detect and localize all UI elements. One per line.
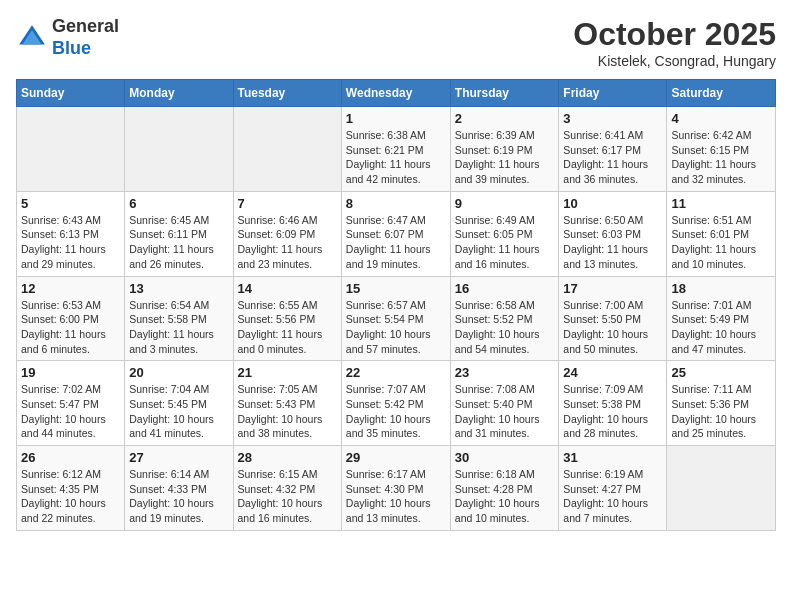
calendar-table: SundayMondayTuesdayWednesdayThursdayFrid…: [16, 79, 776, 531]
day-info: Sunrise: 6:14 AM Sunset: 4:33 PM Dayligh…: [129, 467, 228, 526]
day-cell: 15Sunrise: 6:57 AM Sunset: 5:54 PM Dayli…: [341, 276, 450, 361]
day-info: Sunrise: 6:55 AM Sunset: 5:56 PM Dayligh…: [238, 298, 337, 357]
day-number: 28: [238, 450, 337, 465]
page-header: General Blue October 2025 Kistelek, Cson…: [16, 16, 776, 69]
day-number: 12: [21, 281, 120, 296]
day-number: 4: [671, 111, 771, 126]
day-cell: 31Sunrise: 6:19 AM Sunset: 4:27 PM Dayli…: [559, 446, 667, 531]
day-cell: 10Sunrise: 6:50 AM Sunset: 6:03 PM Dayli…: [559, 191, 667, 276]
calendar-header: SundayMondayTuesdayWednesdayThursdayFrid…: [17, 80, 776, 107]
day-number: 31: [563, 450, 662, 465]
day-info: Sunrise: 6:58 AM Sunset: 5:52 PM Dayligh…: [455, 298, 555, 357]
day-info: Sunrise: 6:47 AM Sunset: 6:07 PM Dayligh…: [346, 213, 446, 272]
day-cell: 12Sunrise: 6:53 AM Sunset: 6:00 PM Dayli…: [17, 276, 125, 361]
day-cell: 16Sunrise: 6:58 AM Sunset: 5:52 PM Dayli…: [450, 276, 559, 361]
day-number: 17: [563, 281, 662, 296]
weekday-header-wednesday: Wednesday: [341, 80, 450, 107]
day-cell: 8Sunrise: 6:47 AM Sunset: 6:07 PM Daylig…: [341, 191, 450, 276]
title-block: October 2025 Kistelek, Csongrad, Hungary: [573, 16, 776, 69]
day-cell: 11Sunrise: 6:51 AM Sunset: 6:01 PM Dayli…: [667, 191, 776, 276]
day-info: Sunrise: 7:00 AM Sunset: 5:50 PM Dayligh…: [563, 298, 662, 357]
day-number: 19: [21, 365, 120, 380]
weekday-header-monday: Monday: [125, 80, 233, 107]
day-cell: 20Sunrise: 7:04 AM Sunset: 5:45 PM Dayli…: [125, 361, 233, 446]
day-number: 30: [455, 450, 555, 465]
week-row-4: 19Sunrise: 7:02 AM Sunset: 5:47 PM Dayli…: [17, 361, 776, 446]
day-info: Sunrise: 6:19 AM Sunset: 4:27 PM Dayligh…: [563, 467, 662, 526]
day-info: Sunrise: 7:08 AM Sunset: 5:40 PM Dayligh…: [455, 382, 555, 441]
logo-blue: Blue: [52, 38, 119, 60]
day-info: Sunrise: 6:43 AM Sunset: 6:13 PM Dayligh…: [21, 213, 120, 272]
day-info: Sunrise: 6:53 AM Sunset: 6:00 PM Dayligh…: [21, 298, 120, 357]
day-cell: 7Sunrise: 6:46 AM Sunset: 6:09 PM Daylig…: [233, 191, 341, 276]
day-cell: 26Sunrise: 6:12 AM Sunset: 4:35 PM Dayli…: [17, 446, 125, 531]
day-number: 6: [129, 196, 228, 211]
day-cell: 2Sunrise: 6:39 AM Sunset: 6:19 PM Daylig…: [450, 107, 559, 192]
day-info: Sunrise: 6:54 AM Sunset: 5:58 PM Dayligh…: [129, 298, 228, 357]
day-number: 24: [563, 365, 662, 380]
day-info: Sunrise: 6:46 AM Sunset: 6:09 PM Dayligh…: [238, 213, 337, 272]
weekday-header-friday: Friday: [559, 80, 667, 107]
day-cell: 4Sunrise: 6:42 AM Sunset: 6:15 PM Daylig…: [667, 107, 776, 192]
day-number: 7: [238, 196, 337, 211]
day-number: 21: [238, 365, 337, 380]
day-number: 20: [129, 365, 228, 380]
day-cell: 18Sunrise: 7:01 AM Sunset: 5:49 PM Dayli…: [667, 276, 776, 361]
day-info: Sunrise: 7:07 AM Sunset: 5:42 PM Dayligh…: [346, 382, 446, 441]
day-info: Sunrise: 6:57 AM Sunset: 5:54 PM Dayligh…: [346, 298, 446, 357]
week-row-1: 1Sunrise: 6:38 AM Sunset: 6:21 PM Daylig…: [17, 107, 776, 192]
day-info: Sunrise: 6:45 AM Sunset: 6:11 PM Dayligh…: [129, 213, 228, 272]
day-info: Sunrise: 7:02 AM Sunset: 5:47 PM Dayligh…: [21, 382, 120, 441]
day-cell: 25Sunrise: 7:11 AM Sunset: 5:36 PM Dayli…: [667, 361, 776, 446]
day-cell: 17Sunrise: 7:00 AM Sunset: 5:50 PM Dayli…: [559, 276, 667, 361]
logo: General Blue: [16, 16, 119, 59]
day-number: 18: [671, 281, 771, 296]
day-cell: 23Sunrise: 7:08 AM Sunset: 5:40 PM Dayli…: [450, 361, 559, 446]
day-info: Sunrise: 7:11 AM Sunset: 5:36 PM Dayligh…: [671, 382, 771, 441]
weekday-header-row: SundayMondayTuesdayWednesdayThursdayFrid…: [17, 80, 776, 107]
logo-general: General: [52, 16, 119, 38]
day-cell: 30Sunrise: 6:18 AM Sunset: 4:28 PM Dayli…: [450, 446, 559, 531]
day-cell: 24Sunrise: 7:09 AM Sunset: 5:38 PM Dayli…: [559, 361, 667, 446]
day-info: Sunrise: 6:38 AM Sunset: 6:21 PM Dayligh…: [346, 128, 446, 187]
day-info: Sunrise: 6:49 AM Sunset: 6:05 PM Dayligh…: [455, 213, 555, 272]
day-number: 11: [671, 196, 771, 211]
day-cell: 19Sunrise: 7:02 AM Sunset: 5:47 PM Dayli…: [17, 361, 125, 446]
day-number: 3: [563, 111, 662, 126]
day-cell: [667, 446, 776, 531]
day-cell: 9Sunrise: 6:49 AM Sunset: 6:05 PM Daylig…: [450, 191, 559, 276]
day-cell: 22Sunrise: 7:07 AM Sunset: 5:42 PM Dayli…: [341, 361, 450, 446]
location: Kistelek, Csongrad, Hungary: [573, 53, 776, 69]
calendar-body: 1Sunrise: 6:38 AM Sunset: 6:21 PM Daylig…: [17, 107, 776, 531]
day-cell: 21Sunrise: 7:05 AM Sunset: 5:43 PM Dayli…: [233, 361, 341, 446]
day-number: 9: [455, 196, 555, 211]
day-number: 27: [129, 450, 228, 465]
day-number: 26: [21, 450, 120, 465]
day-number: 25: [671, 365, 771, 380]
day-info: Sunrise: 6:50 AM Sunset: 6:03 PM Dayligh…: [563, 213, 662, 272]
day-cell: 3Sunrise: 6:41 AM Sunset: 6:17 PM Daylig…: [559, 107, 667, 192]
weekday-header-sunday: Sunday: [17, 80, 125, 107]
day-number: 14: [238, 281, 337, 296]
logo-icon: [16, 22, 48, 54]
week-row-5: 26Sunrise: 6:12 AM Sunset: 4:35 PM Dayli…: [17, 446, 776, 531]
day-cell: 5Sunrise: 6:43 AM Sunset: 6:13 PM Daylig…: [17, 191, 125, 276]
day-cell: 6Sunrise: 6:45 AM Sunset: 6:11 PM Daylig…: [125, 191, 233, 276]
day-number: 8: [346, 196, 446, 211]
day-info: Sunrise: 6:18 AM Sunset: 4:28 PM Dayligh…: [455, 467, 555, 526]
day-info: Sunrise: 6:15 AM Sunset: 4:32 PM Dayligh…: [238, 467, 337, 526]
day-info: Sunrise: 7:01 AM Sunset: 5:49 PM Dayligh…: [671, 298, 771, 357]
day-number: 5: [21, 196, 120, 211]
day-info: Sunrise: 7:09 AM Sunset: 5:38 PM Dayligh…: [563, 382, 662, 441]
weekday-header-thursday: Thursday: [450, 80, 559, 107]
day-cell: 27Sunrise: 6:14 AM Sunset: 4:33 PM Dayli…: [125, 446, 233, 531]
day-number: 2: [455, 111, 555, 126]
day-number: 1: [346, 111, 446, 126]
day-number: 16: [455, 281, 555, 296]
week-row-3: 12Sunrise: 6:53 AM Sunset: 6:00 PM Dayli…: [17, 276, 776, 361]
weekday-header-saturday: Saturday: [667, 80, 776, 107]
day-number: 29: [346, 450, 446, 465]
weekday-header-tuesday: Tuesday: [233, 80, 341, 107]
day-number: 23: [455, 365, 555, 380]
month-title: October 2025: [573, 16, 776, 53]
